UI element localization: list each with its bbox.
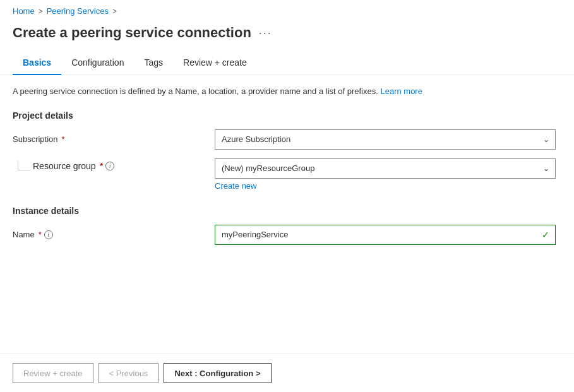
breadcrumb: Home > Peering Services > (0, 0, 574, 21)
resource-group-required: * (100, 161, 103, 171)
breadcrumb-sep-2: > (112, 7, 117, 16)
rg-horiz-line (18, 170, 30, 170)
previous-button[interactable]: < Previous (99, 363, 159, 383)
description-body: A peering service connection is defined … (13, 86, 378, 96)
rg-vert-line (18, 161, 18, 170)
subscription-label: Subscription * (13, 134, 215, 144)
name-control: ✓ (215, 225, 561, 245)
tab-tags[interactable]: Tags (134, 51, 173, 75)
content-area: A peering service connection is defined … (0, 75, 574, 311)
description-text: A peering service connection is defined … (13, 85, 561, 98)
review-create-button[interactable]: Review + create (13, 363, 93, 383)
tab-review-create[interactable]: Review + create (173, 51, 257, 75)
project-details-section: Project details Subscription * Azure Sub… (13, 110, 561, 191)
rg-horiz-connector (13, 170, 30, 170)
subscription-control: Azure Subscription ⌄ (215, 129, 561, 150)
rg-label-group: Resource group * i (33, 161, 114, 171)
subscription-required: * (62, 134, 65, 144)
subscription-select-wrapper: Azure Subscription ⌄ (215, 129, 556, 150)
name-input-wrapper: ✓ (215, 225, 556, 245)
tab-basics[interactable]: Basics (13, 51, 61, 75)
learn-more-link[interactable]: Learn more (380, 86, 422, 96)
instance-details-section: Instance details Name * i ✓ (13, 206, 561, 245)
breadcrumb-peering[interactable]: Peering Services (47, 6, 109, 16)
resource-group-label-area: Resource group * i (13, 158, 215, 171)
instance-details-title: Instance details (13, 206, 561, 216)
page-header: Create a peering service connection ··· (0, 21, 574, 51)
name-label: Name * i (13, 230, 215, 239)
resource-group-control: (New) myResourceGroup ⌄ Create new (215, 158, 561, 191)
tab-configuration[interactable]: Configuration (61, 51, 134, 75)
breadcrumb-home[interactable]: Home (13, 6, 35, 16)
page-title: Create a peering service connection (13, 25, 251, 41)
name-input[interactable] (215, 225, 556, 245)
resource-group-label: Resource group (33, 161, 96, 171)
tabs-container: Basics Configuration Tags Review + creat… (0, 51, 574, 75)
name-required: * (39, 230, 42, 239)
resource-group-select[interactable]: (New) myResourceGroup (215, 158, 556, 179)
name-info-icon[interactable]: i (44, 230, 53, 239)
page-menu-icon[interactable]: ··· (259, 27, 272, 40)
project-details-title: Project details (13, 110, 561, 121)
name-row: Name * i ✓ (13, 225, 561, 245)
name-valid-icon: ✓ (542, 230, 549, 240)
name-label-text: Name (13, 230, 35, 239)
resource-group-info-icon[interactable]: i (105, 162, 114, 170)
next-button[interactable]: Next : Configuration > (164, 363, 271, 383)
subscription-select[interactable]: Azure Subscription (215, 129, 556, 150)
footer: Review + create < Previous Next : Config… (0, 353, 574, 392)
create-new-link[interactable]: Create new (215, 181, 561, 191)
breadcrumb-sep-1: > (39, 7, 43, 16)
rg-connector (13, 161, 33, 170)
resource-group-row: Resource group * i (New) myResourceGroup… (13, 158, 561, 191)
subscription-row: Subscription * Azure Subscription ⌄ (13, 129, 561, 150)
resource-group-select-wrapper: (New) myResourceGroup ⌄ (215, 158, 556, 179)
